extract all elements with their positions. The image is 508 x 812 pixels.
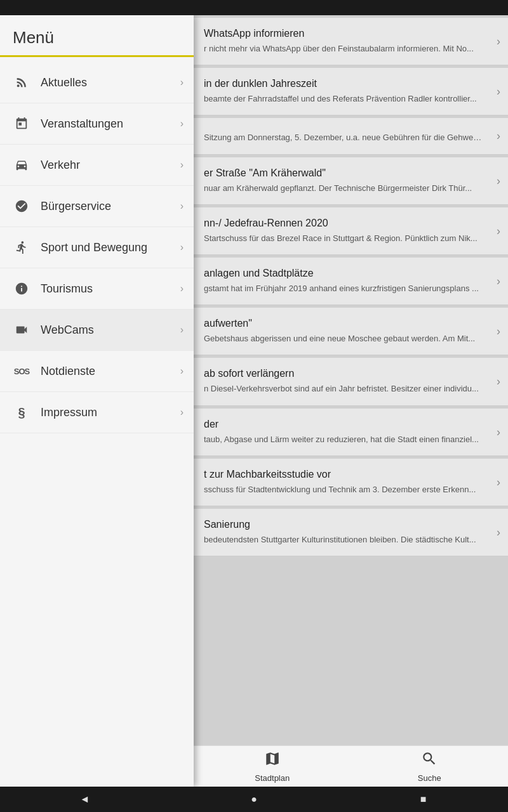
- news-excerpt: n Diesel-Verkehrsverbot sind auf ein Jah…: [204, 383, 483, 395]
- news-excerpt: Gebetshaus abgerissen und eine neue Mosc…: [204, 333, 483, 344]
- sidebar-item-impressum[interactable]: § Impressum ›: [0, 392, 194, 433]
- sidebar-label-impressum: Impressum: [41, 406, 180, 419]
- chevron-right-icon: ›: [497, 174, 500, 187]
- news-excerpt: r nicht mehr via WhatsApp über den Feins…: [204, 43, 483, 55]
- news-item[interactable]: Sanierung bedeutendsten Stuttgarter Kult…: [194, 509, 508, 556]
- info-icon: [10, 277, 33, 300]
- back-button[interactable]: ◄: [72, 790, 97, 808]
- rss-icon: [10, 71, 33, 94]
- sidebar: Menü Aktuelles › Veranstaltungen ›: [0, 15, 194, 787]
- news-item[interactable]: aufwerten" Gebetshaus abgerissen und ein…: [194, 308, 508, 355]
- sidebar-header: Menü: [0, 15, 194, 55]
- chevron-right-icon: ›: [497, 129, 500, 143]
- sidebar-item-verkehr[interactable]: Verkehr ›: [0, 145, 194, 186]
- news-title: aufwerten": [204, 318, 483, 329]
- chevron-right-icon: ›: [180, 242, 184, 253]
- chevron-right-icon: ›: [497, 375, 500, 388]
- sport-icon: [10, 236, 33, 259]
- main-container: Menü Aktuelles › Veranstaltungen ›: [0, 15, 508, 787]
- recent-button[interactable]: ■: [411, 790, 436, 808]
- sidebar-label-aktuelles: Aktuelles: [41, 76, 180, 89]
- chevron-right-icon: ›: [497, 275, 500, 288]
- news-excerpt: beamte der Fahrradstaffel und des Refera…: [204, 93, 483, 105]
- news-list: WhatsApp informieren r nicht mehr via Wh…: [194, 15, 508, 745]
- chevron-right-icon: ›: [180, 283, 184, 294]
- content-area: WhatsApp informieren r nicht mehr via Wh…: [194, 15, 508, 787]
- bottom-nav-suche[interactable]: Suche: [351, 745, 509, 787]
- chevron-right-icon: ›: [180, 77, 184, 88]
- news-item[interactable]: WhatsApp informieren r nicht mehr via Wh…: [194, 18, 508, 65]
- chevron-right-icon: ›: [497, 325, 500, 338]
- chevron-right-icon: ›: [180, 159, 184, 171]
- news-item[interactable]: er Straße "Am Kräherwald" nuar am Kräher…: [194, 157, 508, 205]
- chevron-right-icon: ›: [497, 525, 500, 539]
- news-excerpt: gstamt hat im Frühjahr 2019 anhand eines…: [204, 283, 483, 294]
- chevron-right-icon: ›: [497, 85, 500, 98]
- android-nav-bar: ◄ ● ■: [0, 787, 508, 812]
- sidebar-item-aktuelles[interactable]: Aktuelles ›: [0, 62, 194, 103]
- news-title: ab sofort verlängern: [204, 368, 483, 379]
- sidebar-item-tourismus[interactable]: Tourismus ›: [0, 268, 194, 310]
- sidebar-item-notdienste[interactable]: SOS Notdienste ›: [0, 351, 194, 392]
- sidebar-label-verkehr: Verkehr: [41, 159, 180, 172]
- chevron-right-icon: ›: [180, 365, 184, 377]
- news-title: WhatsApp informieren: [204, 28, 483, 39]
- news-title: Sanierung: [204, 519, 483, 530]
- notdienste-icon: SOS: [10, 360, 33, 383]
- news-title: nn-/ Jedefrau-Rennen 2020: [204, 218, 483, 229]
- news-excerpt: Startschuss für das Brezel Race in Stutt…: [204, 233, 483, 244]
- sidebar-label-tourismus: Tourismus: [41, 282, 180, 296]
- search-icon: [421, 750, 438, 771]
- news-item[interactable]: Sitzung am Donnerstag, 5. Dezember, u.a.…: [194, 118, 508, 154]
- sidebar-item-sport[interactable]: Sport und Bewegung ›: [0, 227, 194, 268]
- news-item[interactable]: der taub, Abgase und Lärm weiter zu redu…: [194, 409, 508, 456]
- news-excerpt: taub, Abgase und Lärm weiter zu reduzier…: [204, 434, 483, 445]
- chevron-right-icon: ›: [497, 425, 500, 438]
- sidebar-title: Menü: [13, 28, 181, 48]
- chevron-right-icon: ›: [180, 118, 184, 129]
- sidebar-label-notdienste: Notdienste: [41, 365, 180, 378]
- news-title: der: [204, 419, 483, 430]
- news-title: er Straße "Am Kräherwald": [204, 167, 483, 179]
- home-button[interactable]: ●: [241, 790, 267, 808]
- news-item[interactable]: nn-/ Jedefrau-Rennen 2020 Startschuss fü…: [194, 207, 508, 255]
- chevron-right-icon: ›: [180, 324, 184, 336]
- news-excerpt: sschuss für Stadtentwicklung und Technik…: [204, 484, 483, 495]
- car-icon: [10, 154, 33, 176]
- bottom-nav: Stadtplan Suche: [194, 745, 508, 787]
- calendar-icon: [10, 112, 33, 135]
- chevron-right-icon: ›: [180, 200, 184, 212]
- news-item[interactable]: in der dunklen Jahreszeit beamte der Fah…: [194, 68, 508, 115]
- news-excerpt: bedeutendsten Stuttgarter Kulturinstitut…: [204, 534, 483, 546]
- chevron-right-icon: ›: [497, 475, 500, 488]
- sidebar-label-webcams: WebCams: [41, 324, 180, 337]
- impressum-icon: §: [10, 401, 33, 424]
- news-excerpt: nuar am Kräherwald gepflanzt. Der Techni…: [204, 183, 483, 194]
- map-icon: [264, 750, 281, 771]
- webcam-icon: [10, 318, 33, 341]
- stadtplan-label: Stadtplan: [255, 773, 290, 783]
- buerger-icon: [10, 195, 33, 218]
- chevron-right-icon: ›: [497, 35, 500, 48]
- chevron-right-icon: ›: [497, 224, 500, 237]
- news-title: t zur Machbarkeitsstudie vor: [204, 469, 483, 480]
- sidebar-label-sport: Sport und Bewegung: [41, 241, 180, 254]
- sidebar-label-veranstaltungen: Veranstaltungen: [41, 117, 180, 131]
- news-title: anlagen und Stadtplätze: [204, 268, 483, 279]
- sidebar-nav: Aktuelles › Veranstaltungen › Verkehr ›: [0, 62, 194, 787]
- sidebar-item-webcams[interactable]: WebCams ›: [0, 310, 194, 351]
- sidebar-item-buergerservice[interactable]: Bürgerservice ›: [0, 186, 194, 227]
- news-excerpt: Sitzung am Donnerstag, 5. Dezember, u.a.…: [204, 132, 483, 143]
- news-item[interactable]: ab sofort verlängern n Diesel-Verkehrsve…: [194, 358, 508, 405]
- news-item[interactable]: t zur Machbarkeitsstudie vor sschuss für…: [194, 459, 508, 506]
- sidebar-label-buergerservice: Bürgerservice: [41, 200, 180, 213]
- suche-label: Suche: [418, 773, 441, 783]
- chevron-right-icon: ›: [180, 407, 184, 418]
- news-title: in der dunklen Jahreszeit: [204, 78, 483, 89]
- status-bar: [0, 0, 508, 15]
- news-item[interactable]: anlagen und Stadtplätze gstamt hat im Fr…: [194, 258, 508, 305]
- sidebar-divider: [0, 55, 194, 57]
- bottom-nav-stadtplan[interactable]: Stadtplan: [194, 745, 351, 787]
- sidebar-item-veranstaltungen[interactable]: Veranstaltungen ›: [0, 103, 194, 145]
